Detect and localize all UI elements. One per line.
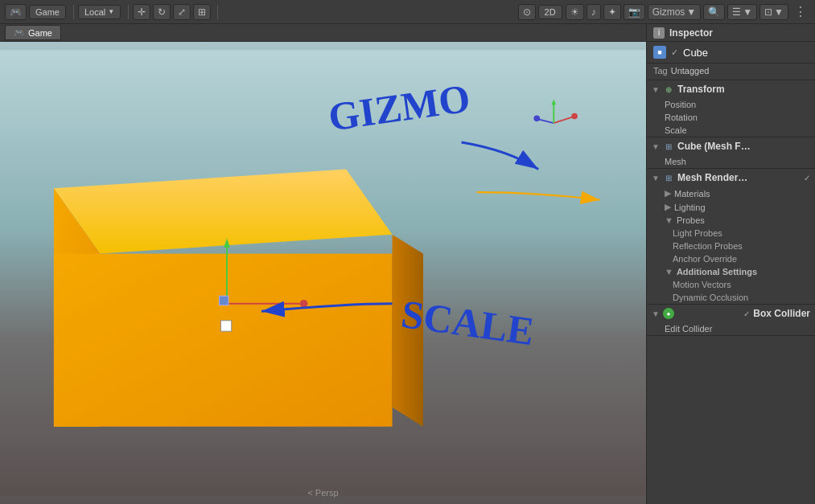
anchor-override-label: Anchor Override xyxy=(673,254,809,264)
transform-header[interactable]: ▼ ⊕ Transform xyxy=(647,80,815,98)
position-property: Position xyxy=(647,98,815,111)
game-label: Game xyxy=(35,7,60,17)
local-dropdown-arrow: ▼ xyxy=(108,8,114,15)
inspector-icon: i xyxy=(653,27,665,39)
reflection-probes-label: Reflection Probes xyxy=(673,241,809,251)
edit-collider-property[interactable]: Edit Collider xyxy=(647,322,815,335)
2d-label: 2D xyxy=(545,7,556,17)
materials-label: Materials xyxy=(674,189,809,199)
three-dots-btn[interactable]: ⋮ xyxy=(791,4,810,19)
position-label: Position xyxy=(665,100,809,109)
inspector-header: i Inspector xyxy=(647,24,815,42)
audio-btn[interactable]: ♪ xyxy=(587,4,601,20)
mesh-renderer-header[interactable]: ▼ ⊞ Mesh Render… ✓ xyxy=(647,169,815,186)
rotation-label: Rotation xyxy=(665,113,809,122)
move-tool-btn[interactable]: ✛ xyxy=(133,4,150,20)
gizmos-btn[interactable]: Gizmos ▼ xyxy=(648,4,702,20)
mesh-renderer-arrow: ▼ xyxy=(652,174,660,182)
mesh-filter-component: ▼ ⊞ Cube (Mesh F… Mesh xyxy=(647,137,815,169)
additional-settings-property[interactable]: ▼ Additional Settings xyxy=(647,265,815,278)
separator-2 xyxy=(128,5,129,19)
pivot-btn[interactable]: ⊙ xyxy=(518,4,536,20)
edit-collider-label: Edit Collider xyxy=(665,324,809,334)
additional-arrow: ▼ xyxy=(665,267,673,277)
scale-property: Scale xyxy=(647,124,815,137)
layers-btn[interactable]: ☰ ▼ xyxy=(727,4,757,20)
layers-arrow: ▼ xyxy=(743,6,752,18)
materials-arrow: ▶ xyxy=(665,188,671,199)
game-tab-label: Game xyxy=(28,28,52,38)
box-collider-name: Box Collider xyxy=(753,308,810,319)
camera-icon: 📷 xyxy=(628,6,640,18)
local-btn[interactable]: Local ▼ xyxy=(78,5,121,19)
audio-icon: ♪ xyxy=(591,6,596,18)
top-toolbar: 🎮 Game Local ▼ ✛ ↻ ⤢ ⊞ ⊙ 2D ☀ ♪ ✦ 📷 Gizm… xyxy=(0,0,815,24)
game-tab-btn[interactable]: Game xyxy=(29,5,66,19)
persp-label: < Persp xyxy=(307,488,338,498)
reflection-probes-property: Reflection Probes xyxy=(647,240,815,252)
inspector-title: Inspector xyxy=(669,27,713,39)
dynamic-occlusion-label: Dynamic Occlusion xyxy=(673,293,809,302)
object-name[interactable]: Cube xyxy=(683,47,708,59)
move-icon: ✛ xyxy=(138,6,146,18)
mesh-filter-arrow: ▼ xyxy=(652,142,660,151)
box-collider-component: ▼ ● ✓ Box Collider Edit Collider xyxy=(647,305,815,336)
svg-point-20 xyxy=(533,116,540,122)
object-name-row: ■ ✓ Cube xyxy=(647,42,815,64)
dynamic-occlusion-property: Dynamic Occlusion xyxy=(647,291,815,304)
box-collider-icon: ● xyxy=(663,308,674,319)
light-probes-label: Light Probes xyxy=(673,228,809,238)
tag-row: Tag Untagged xyxy=(647,64,815,80)
box-collider-header[interactable]: ▼ ● ✓ Box Collider xyxy=(647,305,815,322)
mesh-filter-header[interactable]: ▼ ⊞ Cube (Mesh F… xyxy=(647,137,815,155)
mesh-filter-name: Cube (Mesh F… xyxy=(677,141,751,152)
game-viewport-tab[interactable]: 🎮 Game xyxy=(5,25,61,40)
materials-property[interactable]: ▶ Materials xyxy=(647,186,815,200)
fx-btn[interactable]: ✦ xyxy=(603,4,621,20)
gizmos-arrow: ▼ xyxy=(686,6,696,18)
2d-btn[interactable]: 2D xyxy=(538,5,562,19)
layout-icon: ⊡ xyxy=(764,6,772,18)
object-active-check[interactable]: ✓ xyxy=(671,47,678,58)
transform-tool-btn[interactable]: ⊞ xyxy=(193,4,211,20)
svg-rect-11 xyxy=(219,296,228,305)
lighting-property[interactable]: ▶ Lighting xyxy=(647,200,815,214)
rotate-icon: ↻ xyxy=(158,6,166,18)
anchor-override-property: Anchor Override xyxy=(647,252,815,265)
probes-arrow: ▼ xyxy=(665,215,673,225)
tag-label: Tag xyxy=(653,66,668,76)
camera-btn[interactable]: 📷 xyxy=(624,4,645,20)
lighting-label: Lighting xyxy=(674,203,809,212)
mesh-renderer-check[interactable]: ✓ xyxy=(804,174,810,182)
viewport[interactable]: 🎮 Game xyxy=(0,24,646,504)
scale-label: Scale xyxy=(665,125,809,135)
main-area: 🎮 Game xyxy=(0,24,815,504)
scale-tool-btn[interactable]: ⤢ xyxy=(173,4,191,20)
light-btn[interactable]: ☀ xyxy=(566,4,584,20)
mesh-renderer-with-check: Mesh Render… xyxy=(677,172,747,183)
gizmos-label: Gizmos xyxy=(652,6,685,18)
local-label: Local xyxy=(84,7,105,17)
search-icon: 🔍 xyxy=(708,6,720,18)
box-collider-check[interactable]: ✓ xyxy=(743,309,750,318)
probes-property[interactable]: ▼ Probes xyxy=(647,214,815,227)
mesh-renderer-icon: ⊞ xyxy=(663,172,674,183)
mesh-renderer-component: ▼ ⊞ Mesh Render… ✓ ▶ Materials ▶ Lightin… xyxy=(647,169,815,305)
light-probes-property: Light Probes xyxy=(647,227,815,240)
game-icon-btn[interactable]: 🎮 xyxy=(5,4,27,20)
transform-component: ▼ ⊕ Transform Position Rotation Scale xyxy=(647,80,815,137)
fx-icon: ✦ xyxy=(608,6,616,18)
tag-value[interactable]: Untagged xyxy=(671,66,710,76)
light-icon: ☀ xyxy=(570,6,579,18)
svg-rect-12 xyxy=(220,321,231,331)
game-icon: 🎮 xyxy=(10,6,22,18)
transform-icon: ⊕ xyxy=(663,84,674,95)
layout-arrow: ▼ xyxy=(774,6,784,18)
rotate-tool-btn[interactable]: ↻ xyxy=(153,4,171,20)
lighting-arrow: ▶ xyxy=(665,202,671,212)
game-tab-icon: 🎮 xyxy=(14,27,25,38)
mesh-filter-icon: ⊞ xyxy=(663,141,674,152)
search-btn[interactable]: 🔍 xyxy=(703,4,725,20)
svg-point-10 xyxy=(300,300,308,308)
layout-btn[interactable]: ⊡ ▼ xyxy=(759,4,788,20)
